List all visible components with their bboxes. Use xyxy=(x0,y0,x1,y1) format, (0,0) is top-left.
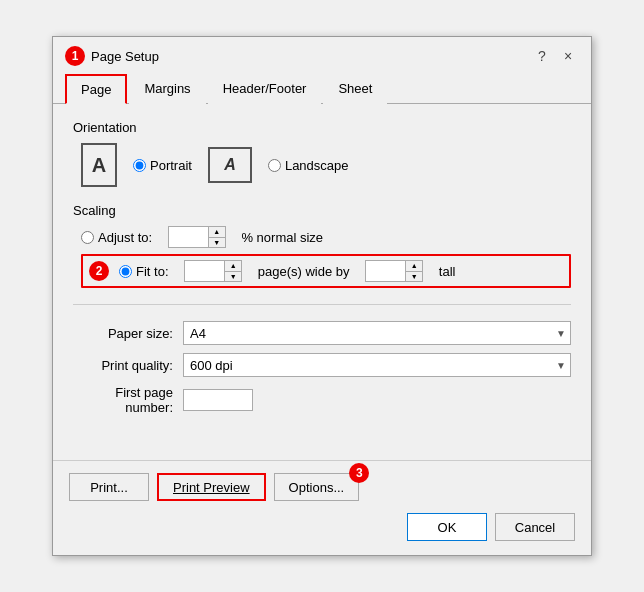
print-quality-label: Print quality: xyxy=(73,358,183,373)
landscape-label: Landscape xyxy=(285,158,349,173)
first-page-input[interactable]: Auto xyxy=(183,389,253,411)
first-page-label: First page number: xyxy=(73,385,183,415)
ok-button[interactable]: OK xyxy=(407,513,487,541)
page-setup-dialog: 1 Page Setup ? × Page Margins Header/Foo… xyxy=(52,36,592,556)
adjust-spin[interactable]: 86 ▲ ▼ xyxy=(168,226,226,248)
scaling-options: Adjust to: 86 ▲ ▼ % normal size xyxy=(73,226,571,288)
orientation-section: Orientation A Portrait A Landscape xyxy=(73,120,571,187)
fit-wide-spinners: ▲ ▼ xyxy=(224,260,242,282)
portrait-radio[interactable] xyxy=(133,159,146,172)
portrait-icon: A xyxy=(81,143,117,187)
orientation-label: Orientation xyxy=(73,120,571,135)
paper-size-control: A4 ▼ xyxy=(183,321,571,345)
dialog-content: Orientation A Portrait A Landscape xyxy=(53,104,591,460)
fit-radio[interactable] xyxy=(119,265,132,278)
adjust-unit: % normal size xyxy=(241,230,323,245)
paper-size-dropdown[interactable]: A4 ▼ xyxy=(183,321,571,345)
footer-top: Print... Print Preview 3 Options... xyxy=(53,460,591,513)
footer-bottom: OK Cancel xyxy=(53,513,591,555)
fit-tall-spinners: ▲ ▼ xyxy=(405,260,423,282)
first-page-control: Auto xyxy=(183,389,571,411)
title-bar-left: 1 Page Setup xyxy=(65,46,159,66)
adjust-radio[interactable] xyxy=(81,231,94,244)
options-container: 3 Options... xyxy=(274,473,360,501)
print-button[interactable]: Print... xyxy=(69,473,149,501)
badge-2: 2 xyxy=(89,261,109,281)
adjust-value[interactable]: 86 xyxy=(168,226,208,248)
fit-wide-unit: page(s) wide by xyxy=(258,264,350,279)
tab-margins[interactable]: Margins xyxy=(129,74,205,104)
adjust-spinners: ▲ ▼ xyxy=(208,226,226,248)
portrait-option[interactable]: Portrait xyxy=(133,158,192,173)
adjust-label: Adjust to: xyxy=(98,230,152,245)
dialog-title: Page Setup xyxy=(91,49,159,64)
fit-wide-down[interactable]: ▼ xyxy=(225,271,241,282)
title-bar-right: ? × xyxy=(531,45,579,67)
badge-3: 3 xyxy=(349,463,369,483)
landscape-icon: A xyxy=(208,147,252,183)
scaling-section: Scaling Adjust to: 86 ▲ ▼ xyxy=(73,203,571,288)
orientation-options: A Portrait A Landscape xyxy=(73,143,571,187)
adjust-option[interactable]: Adjust to: xyxy=(81,230,152,245)
help-button[interactable]: ? xyxy=(531,45,553,67)
fit-tall-up[interactable]: ▲ xyxy=(406,261,422,271)
title-bar: 1 Page Setup ? × xyxy=(53,37,591,71)
fit-tall-down[interactable]: ▼ xyxy=(406,271,422,282)
print-quality-control: 600 dpi ▼ xyxy=(183,353,571,377)
print-preview-container: Print Preview xyxy=(157,473,266,501)
properties-section: Paper size: A4 ▼ Print quality: 600 dpi … xyxy=(73,321,571,415)
landscape-radio[interactable] xyxy=(268,159,281,172)
fit-wide-spin[interactable]: 1 ▲ ▼ xyxy=(184,260,242,282)
fit-tall-spin[interactable]: 1 ▲ ▼ xyxy=(365,260,423,282)
print-quality-arrow-icon: ▼ xyxy=(556,360,566,371)
fit-label: Fit to: xyxy=(136,264,169,279)
print-quality-value: 600 dpi xyxy=(190,358,233,373)
fit-option[interactable]: Fit to: xyxy=(119,264,169,279)
adjust-up[interactable]: ▲ xyxy=(209,227,225,237)
badge-1: 1 xyxy=(65,46,85,66)
fit-tall-value[interactable]: 1 xyxy=(365,260,405,282)
tab-sheet[interactable]: Sheet xyxy=(323,74,387,104)
divider-1 xyxy=(73,304,571,305)
adjust-down[interactable]: ▼ xyxy=(209,237,225,248)
scaling-label: Scaling xyxy=(73,203,571,218)
tab-page[interactable]: Page xyxy=(65,74,127,104)
cancel-button[interactable]: Cancel xyxy=(495,513,575,541)
paper-size-label: Paper size: xyxy=(73,326,183,341)
print-preview-button[interactable]: Print Preview xyxy=(157,473,266,501)
print-quality-row: Print quality: 600 dpi ▼ xyxy=(73,353,571,377)
paper-size-arrow-icon: ▼ xyxy=(556,328,566,339)
options-button[interactable]: Options... xyxy=(274,473,360,501)
footer-left-buttons: Print... Print Preview 3 Options... xyxy=(69,473,575,501)
adjust-row: Adjust to: 86 ▲ ▼ % normal size xyxy=(81,226,571,248)
tab-header-footer[interactable]: Header/Footer xyxy=(208,74,322,104)
fit-wide-up[interactable]: ▲ xyxy=(225,261,241,271)
tab-bar: Page Margins Header/Footer Sheet xyxy=(53,73,591,104)
print-preview-label: Print Preview xyxy=(173,480,250,495)
first-page-row: First page number: Auto xyxy=(73,385,571,415)
landscape-option[interactable]: Landscape xyxy=(268,158,349,173)
portrait-label: Portrait xyxy=(150,158,192,173)
close-button[interactable]: × xyxy=(557,45,579,67)
fit-wide-value[interactable]: 1 xyxy=(184,260,224,282)
print-quality-dropdown[interactable]: 600 dpi ▼ xyxy=(183,353,571,377)
paper-size-value: A4 xyxy=(190,326,206,341)
paper-size-row: Paper size: A4 ▼ xyxy=(73,321,571,345)
fit-tall-unit: tall xyxy=(439,264,456,279)
fit-row: 2 Fit to: 1 ▲ ▼ page(s) wide by xyxy=(81,254,571,288)
